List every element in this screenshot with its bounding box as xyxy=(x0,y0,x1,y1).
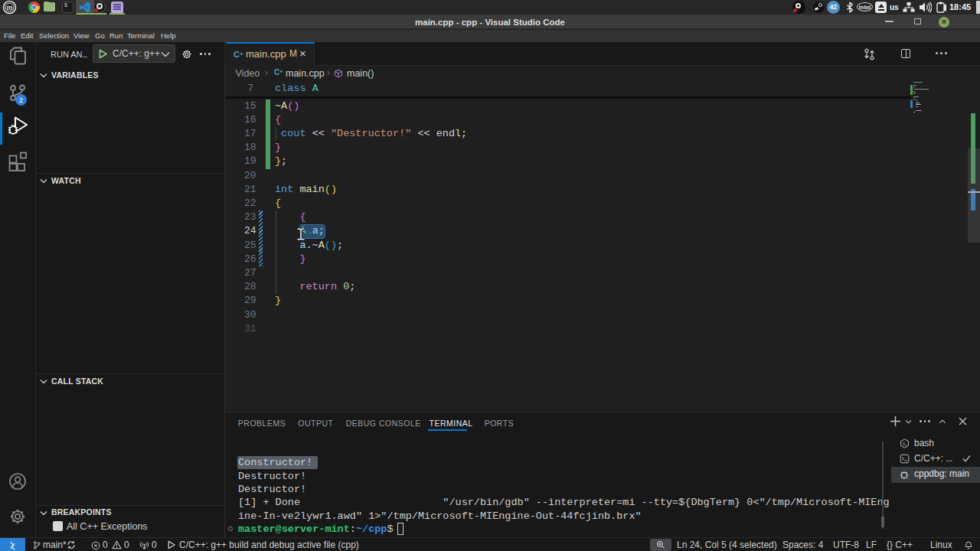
svg-text:m: m xyxy=(7,4,13,11)
